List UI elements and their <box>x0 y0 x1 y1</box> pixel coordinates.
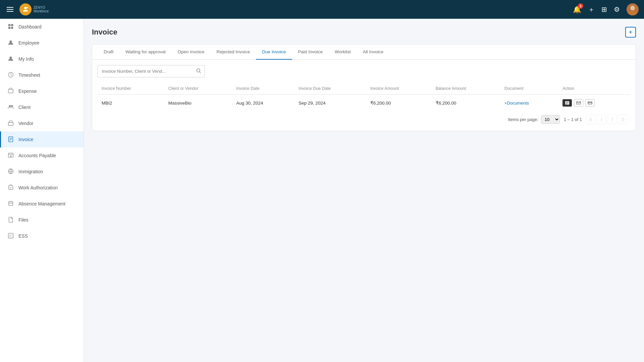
sidebar-item-accounts-payable[interactable]: Accounts Payable <box>0 147 84 164</box>
sidebar-item-work-authorization[interactable]: Work Authorization <box>0 180 84 196</box>
action-preview-button[interactable] <box>562 99 572 107</box>
sidebar-item-label-expense: Expense <box>18 88 37 94</box>
table-header: Invoice NumberClient or VendorInvoice Da… <box>98 83 630 95</box>
action-email-button[interactable] <box>574 99 583 107</box>
svg-line-29 <box>200 72 201 73</box>
svg-rect-12 <box>8 89 13 93</box>
sidebar-item-label-work-authorization: Work Authorization <box>18 185 58 190</box>
last-page-button[interactable]: ⟩⟩ <box>618 115 628 124</box>
page-header: Invoice + <box>92 27 636 38</box>
client-vendor-cell: MassiveBio <box>164 95 232 112</box>
sidebar-item-label-files: Files <box>18 217 29 223</box>
next-page-button[interactable]: ⟩ <box>607 115 617 124</box>
sidebar-item-employee[interactable]: Employee <box>0 35 84 51</box>
col-header-invoice-due-date: Invoice Due Date <box>294 83 366 95</box>
sidebar-item-ess[interactable]: ESS <box>0 228 84 244</box>
sidebar-item-label-immigration: Immigration <box>18 169 43 174</box>
logo-name-text: ZENYO <box>34 6 49 9</box>
sidebar-item-vendor[interactable]: Vendor <box>0 115 84 131</box>
sidebar-item-invoice[interactable]: Invoice <box>0 131 84 147</box>
svg-rect-5 <box>8 24 10 26</box>
sidebar-item-my-info[interactable]: My Info <box>0 51 84 67</box>
action-payment-button[interactable] <box>585 99 595 107</box>
first-page-button[interactable]: ⟨⟨ <box>586 115 595 124</box>
pagination-row: Items per page: 102550100 1 – 1 of 1 ⟨⟨ … <box>98 111 630 125</box>
add-icon[interactable]: ＋ <box>588 5 595 14</box>
work-auth-icon <box>8 184 14 191</box>
col-header-balance-amount: Balance Amount <box>432 83 500 95</box>
svg-point-0 <box>24 7 26 9</box>
search-bar <box>92 60 636 83</box>
sidebar-item-expense[interactable]: Expense <box>0 83 84 99</box>
sidebar-item-label-dashboard: Dashboard <box>18 24 42 29</box>
zenyo-brand-icon <box>22 6 29 13</box>
sidebar-item-label-absence-management: Absence Management <box>18 201 65 206</box>
tab-waiting-for-approval[interactable]: Waiting for approval <box>119 45 172 60</box>
sidebar-item-timesheet[interactable]: Timesheet <box>0 67 84 83</box>
svg-rect-6 <box>11 24 13 26</box>
tab-open-invoice[interactable]: Open Invoice <box>172 45 211 60</box>
files-icon <box>8 217 14 223</box>
search-icon <box>196 68 201 73</box>
notification-bell-wrapper[interactable]: 🔔 5 <box>573 5 581 13</box>
sidebar-item-label-timesheet: Timesheet <box>18 72 40 78</box>
search-input[interactable] <box>98 66 193 76</box>
tab-draft[interactable]: Draft <box>98 45 119 60</box>
col-header-action: Action <box>558 83 630 95</box>
topbar: ZENYO Workforce 🔔 5 ＋ ⊞ ⚙ <box>0 0 644 19</box>
sidebar-item-absence-management[interactable]: Absence Management <box>0 196 84 212</box>
expense-icon <box>8 88 14 95</box>
sidebar-item-files[interactable]: Files <box>0 212 84 228</box>
sidebar-item-client[interactable]: Client <box>0 99 84 115</box>
col-header-invoice-number: Invoice Number <box>98 83 164 95</box>
items-per-page: Items per page: 102550100 <box>508 115 559 124</box>
add-invoice-button[interactable]: + <box>625 27 636 38</box>
svg-point-3 <box>630 6 635 10</box>
grid-icon[interactable]: ⊞ <box>601 5 607 13</box>
sidebar-item-label-vendor: Vendor <box>18 121 33 126</box>
invoice-icon <box>8 136 14 143</box>
invoice-date-cell: Aug 30, 2024 <box>232 95 294 112</box>
employee-icon <box>8 40 14 46</box>
search-button[interactable] <box>193 65 205 77</box>
tab-due-invoice[interactable]: Due Invoice <box>256 45 292 60</box>
user-avatar[interactable] <box>627 3 639 15</box>
sidebar-item-label-ess: ESS <box>18 233 28 239</box>
tab-all-invoice[interactable]: All Invoice <box>357 45 390 60</box>
tab-worklist[interactable]: Worklist <box>329 45 357 60</box>
sidebar: DashboardEmployeeMy InfoTimesheetExpense… <box>0 19 84 362</box>
svg-rect-15 <box>8 122 13 125</box>
action-cell <box>558 95 630 112</box>
sidebar-item-label-client: Client <box>18 105 31 110</box>
search-wrapper <box>98 65 205 77</box>
prev-page-button[interactable]: ⟨ <box>597 115 606 124</box>
client-icon <box>8 104 14 111</box>
notification-badge: 5 <box>578 3 583 9</box>
svg-rect-26 <box>9 202 13 206</box>
svg-rect-7 <box>8 27 10 29</box>
sidebar-item-label-invoice: Invoice <box>18 137 33 142</box>
page-title: Invoice <box>92 28 117 37</box>
avatar-image <box>627 3 639 15</box>
sidebar-item-label-accounts-payable: Accounts Payable <box>18 153 56 158</box>
table-header-row: Invoice NumberClient or VendorInvoice Da… <box>98 83 630 95</box>
sidebar-item-label-employee: Employee <box>18 40 39 46</box>
app-logo: ZENYO Workforce <box>19 3 49 15</box>
hamburger-menu[interactable] <box>5 6 15 13</box>
timesheet-icon <box>8 72 14 78</box>
svg-rect-8 <box>11 27 13 29</box>
ess-icon <box>8 233 14 239</box>
sidebar-item-immigration[interactable]: Immigration <box>0 164 84 180</box>
settings-icon[interactable]: ⚙ <box>614 5 620 13</box>
topbar-right: 🔔 5 ＋ ⊞ ⚙ <box>573 3 639 15</box>
table-body: MBI2MassiveBioAug 30, 2024Sep 29, 2024₹6… <box>98 95 630 112</box>
tab-paid-invoice[interactable]: Paid Invoice <box>292 45 329 60</box>
documents-link[interactable]: +Documents <box>504 101 529 106</box>
content-area: Invoice + DraftWaiting for approvalOpen … <box>84 19 644 362</box>
invoice-table: Invoice NumberClient or VendorInvoice Da… <box>98 83 630 111</box>
svg-point-14 <box>11 105 13 107</box>
page-nav-buttons: ⟨⟨ ⟨ ⟩ ⟩⟩ <box>586 115 628 124</box>
sidebar-item-dashboard[interactable]: Dashboard <box>0 19 84 35</box>
tab-rejected-invoice[interactable]: Rejected Invoice <box>210 45 256 60</box>
per-page-select[interactable]: 102550100 <box>541 115 560 124</box>
